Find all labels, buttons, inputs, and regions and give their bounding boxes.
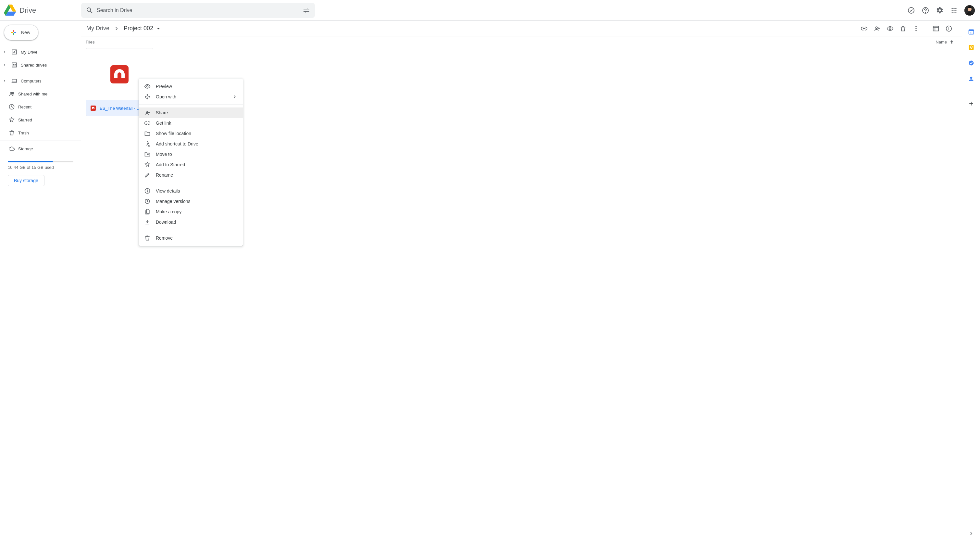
menu-item-label: Share <box>156 110 168 115</box>
sidebar-item-label: Shared with me <box>18 92 48 96</box>
share-icon[interactable] <box>870 22 884 35</box>
sidebar-item-storage[interactable]: Storage <box>0 142 81 155</box>
menu-item-get-link[interactable]: Get link <box>139 118 243 128</box>
remove-icon[interactable] <box>897 22 910 35</box>
menu-item-rename[interactable]: Rename <box>139 170 243 180</box>
menu-item-label: Preview <box>156 84 172 89</box>
breadcrumb-current[interactable]: Project 002 <box>121 24 164 33</box>
sidebar-item-label: Recent <box>18 105 32 110</box>
audio-file-small-icon <box>91 105 96 111</box>
svg-rect-37 <box>969 30 974 31</box>
keep-addon-icon[interactable] <box>965 41 978 54</box>
shortcut-icon <box>144 140 151 147</box>
menu-item-share[interactable]: Share <box>139 107 243 118</box>
search-bar[interactable] <box>81 3 315 18</box>
menu-item-label: Get link <box>156 121 171 126</box>
main: My Drive Project 002 Files Name <box>81 21 962 540</box>
collapse-sidepanel-icon[interactable] <box>965 527 978 540</box>
search-icon[interactable] <box>83 4 96 17</box>
menu-item-label: Manage versions <box>156 199 191 204</box>
sidebar-item-label: Starred <box>18 118 32 123</box>
svg-text:31: 31 <box>970 31 972 34</box>
topbar: Drive <box>0 0 980 21</box>
sidebar-item-shared-drives[interactable]: Shared drives <box>0 59 81 72</box>
menu-item-label: Open with <box>156 94 176 99</box>
menu-item-add-shortcut-to-drive[interactable]: Add shortcut to Drive <box>139 139 243 149</box>
svg-rect-41 <box>970 48 972 49</box>
app-name: Drive <box>19 6 36 14</box>
calendar-addon-icon[interactable]: 31 <box>965 25 978 38</box>
star-icon <box>8 116 16 123</box>
pencil-icon <box>144 172 151 178</box>
get-link-icon[interactable] <box>858 22 870 35</box>
moveto-icon <box>144 151 151 158</box>
storage-usage-text: 10.44 GB of 15 GB used <box>8 165 73 170</box>
sidebar-item-my-drive[interactable]: My Drive <box>0 45 81 59</box>
sidebar-item-label: Trash <box>18 131 29 135</box>
menu-item-show-file-location[interactable]: Show file location <box>139 128 243 139</box>
offline-ready-icon[interactable] <box>905 4 918 17</box>
breadcrumb-root[interactable]: My Drive <box>84 24 112 33</box>
sidebar-item-trash[interactable]: Trash <box>0 126 81 139</box>
list-view-icon[interactable] <box>929 22 942 35</box>
mydrive-icon <box>10 49 18 55</box>
sidebar-item-starred[interactable]: Starred <box>0 113 81 126</box>
cloud-icon <box>8 145 16 152</box>
apps-launcher-icon[interactable] <box>948 4 961 17</box>
menu-item-label: Make a copy <box>156 209 181 214</box>
copy-icon <box>144 209 151 215</box>
expand-icon[interactable] <box>1 49 8 55</box>
settings-icon[interactable] <box>933 4 946 17</box>
menu-item-open-with[interactable]: Open with <box>139 92 243 102</box>
get-addons-icon[interactable] <box>965 97 978 110</box>
sidebar-item-label: My Drive <box>21 50 37 54</box>
search-options-icon[interactable] <box>300 4 313 17</box>
contacts-addon-icon[interactable] <box>965 72 978 85</box>
menu-item-view-details[interactable]: View details <box>139 186 243 196</box>
link-icon <box>144 120 151 126</box>
chevron-right-icon <box>232 94 238 100</box>
expand-icon[interactable] <box>1 78 8 84</box>
menu-item-move-to[interactable]: Move to <box>139 149 243 159</box>
account-avatar[interactable] <box>964 5 975 16</box>
menu-item-download[interactable]: Download <box>139 217 243 227</box>
side-panel: 31 <box>962 21 980 540</box>
menu-item-manage-versions[interactable]: Manage versions <box>139 196 243 207</box>
openwith-icon <box>144 94 151 100</box>
menu-item-label: Add shortcut to Drive <box>156 141 198 147</box>
sidebar-item-label: Shared drives <box>21 63 47 67</box>
search-input[interactable] <box>96 7 300 14</box>
sidebar: New My DriveShared drives ComputersShare… <box>0 21 81 540</box>
personadd-icon <box>144 110 151 116</box>
menu-item-label: Remove <box>156 236 173 241</box>
new-button[interactable]: New <box>4 25 38 40</box>
shareddrives-icon <box>10 62 18 68</box>
info-icon <box>144 188 151 194</box>
people-icon <box>8 91 16 97</box>
expand-icon[interactable] <box>1 62 8 68</box>
plus-icon <box>10 29 17 37</box>
path-bar: My Drive Project 002 <box>81 21 962 37</box>
menu-item-add-to-starred[interactable]: Add to Starred <box>139 159 243 170</box>
sidebar-item-computers[interactable]: Computers <box>0 74 81 88</box>
tasks-addon-icon[interactable] <box>965 56 978 70</box>
sort-by-name[interactable]: Name <box>935 39 955 45</box>
trash-icon <box>144 235 151 241</box>
buy-storage-button[interactable]: Buy storage <box>8 175 45 186</box>
view-details-icon[interactable] <box>942 22 955 35</box>
svg-point-43 <box>970 76 972 79</box>
trash-icon <box>8 129 16 136</box>
menu-item-make-a-copy[interactable]: Make a copy <box>139 207 243 217</box>
storage-bar <box>8 161 73 162</box>
sidebar-item-recent[interactable]: Recent <box>0 100 81 113</box>
menu-item-label: View details <box>156 188 180 194</box>
menu-item-preview[interactable]: Preview <box>139 81 243 92</box>
brand[interactable]: Drive <box>4 4 81 17</box>
download-icon <box>144 219 151 225</box>
menu-item-remove[interactable]: Remove <box>139 233 243 243</box>
preview-icon[interactable] <box>884 22 897 35</box>
help-icon[interactable] <box>919 4 932 17</box>
more-actions-icon[interactable] <box>910 22 923 35</box>
sidebar-item-shared-with-me[interactable]: Shared with me <box>0 88 81 100</box>
audio-file-icon <box>109 64 130 85</box>
